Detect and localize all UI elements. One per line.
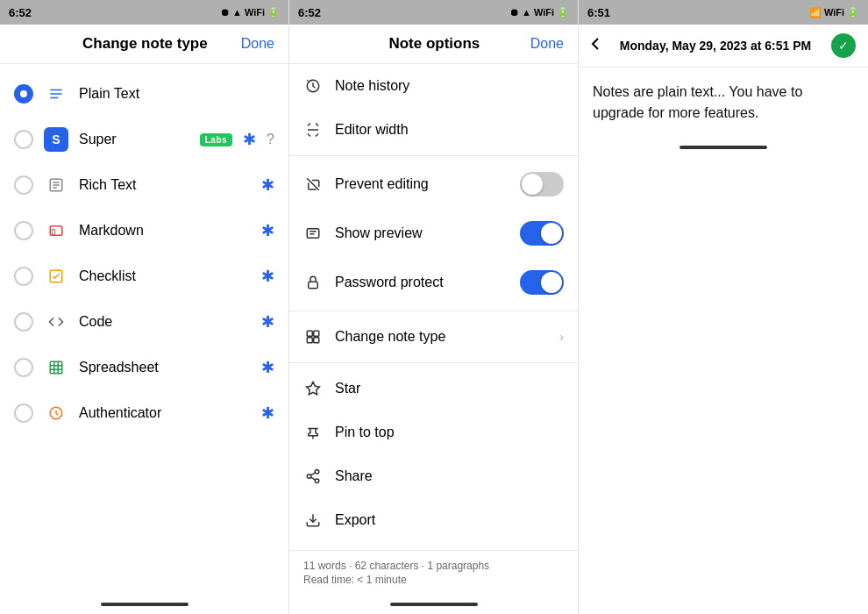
radio-rich-text (14, 175, 33, 195)
options-list: Note history Editor width Prevent editin… (289, 64, 578, 550)
radio-spreadsheet (14, 358, 33, 377)
home-bar-middle (390, 603, 478, 606)
wifi-icon-m: WiFi (534, 7, 554, 18)
star-icon-checklist[interactable]: ✱ (261, 267, 274, 286)
change-type-icon (303, 327, 323, 346)
divider-1 (289, 155, 578, 156)
note-view-header: Monday, May 29, 2023 at 6:51 PM ✓ (579, 25, 868, 68)
label-password-protect: Password protect (335, 275, 508, 290)
option-editor-width[interactable]: Editor width (289, 108, 578, 152)
star-icon-super[interactable]: ✱ (243, 130, 256, 149)
option-share[interactable]: Share (289, 454, 578, 498)
label-prevent-editing: Prevent editing (335, 176, 508, 192)
wifi-icon: WiFi (245, 7, 265, 18)
svg-line-32 (310, 473, 315, 475)
radio-markdown (14, 221, 33, 240)
status-icons-middle: ⏺ ▲ WiFi 🔋 (509, 7, 569, 18)
note-type-item-code[interactable]: Code ✱ (0, 299, 288, 345)
option-note-history[interactable]: Note history (289, 64, 578, 108)
star-icon-code[interactable]: ✱ (261, 312, 274, 332)
label-pin-to-top: Pin to top (335, 425, 564, 440)
note-type-item-spreadsheet[interactable]: Spreadsheet ✱ (0, 345, 288, 390)
icon-plain-text (44, 82, 68, 106)
label-rich-text: Rich Text (79, 177, 251, 193)
battery-icon-r: 🔋 (847, 7, 859, 18)
sync-check-icon: ✓ (831, 33, 856, 58)
right-panel: 6:51 📶 WiFi 🔋 Monday, May 29, 2023 at 6:… (579, 0, 868, 614)
phone-icon-r: 📶 (809, 7, 822, 18)
home-indicator-left (0, 595, 288, 614)
icon-spreadsheet (44, 355, 68, 380)
toggle-prevent-editing[interactable] (520, 172, 564, 196)
home-indicator-middle (289, 595, 578, 614)
radio-inner-plain-text (20, 90, 27, 97)
record-icon: ⏺ (220, 7, 230, 18)
note-type-item-checklist[interactable]: Checklist ✱ (0, 253, 288, 299)
option-change-note-type[interactable]: Change note type › (289, 315, 578, 359)
label-plain-text: Plain Text (79, 86, 274, 102)
option-star[interactable]: Star (289, 367, 578, 411)
svg-point-29 (307, 475, 311, 479)
home-bar-left (101, 603, 189, 606)
wifi-icon-r: WiFi (824, 7, 844, 18)
toggle-knob-prevent-editing (522, 174, 543, 195)
icon-code (44, 310, 68, 334)
chevron-change-note-type: › (559, 330, 564, 344)
label-markdown: Markdown (79, 223, 251, 239)
middle-done-button[interactable]: Done (530, 36, 564, 52)
divider-2 (289, 311, 578, 311)
svg-rect-25 (314, 338, 319, 343)
label-change-note-type: Change note type (335, 329, 547, 345)
share-icon (303, 467, 323, 486)
export-icon (303, 510, 323, 530)
status-bar-right: 6:51 📶 WiFi 🔋 (579, 0, 868, 25)
star-icon-markdown[interactable]: ✱ (261, 221, 274, 240)
radio-authenticator (14, 403, 33, 423)
help-icon-super[interactable]: ? (267, 132, 274, 147)
label-spreadsheet: Spreadsheet (79, 360, 251, 375)
prevent-icon (303, 175, 323, 194)
note-content[interactable]: Notes are plain text... You have to upgr… (579, 68, 868, 138)
svg-point-30 (315, 479, 319, 483)
star-icon-authenticator[interactable]: ✱ (261, 403, 274, 423)
note-type-item-super[interactable]: S Super Labs ✱ ? (0, 117, 288, 162)
option-export[interactable]: Export (289, 498, 578, 542)
icon-markdown: [] (44, 218, 68, 243)
lock-icon (303, 273, 323, 292)
svg-line-31 (310, 477, 315, 480)
battery-icon: 🔋 (267, 7, 280, 18)
option-pin-to-top[interactable]: Pin to top (289, 411, 578, 454)
option-prevent-editing[interactable]: Prevent editing (289, 160, 578, 209)
note-type-item-authenticator[interactable]: Authenticator ✱ (0, 390, 288, 436)
note-type-item-rich-text[interactable]: Rich Text ✱ (0, 162, 288, 208)
toggle-password-protect[interactable] (520, 270, 564, 295)
svg-point-28 (315, 470, 319, 475)
label-code: Code (79, 314, 251, 330)
note-type-list: Plain Text S Super Labs ✱ ? Rich Text ✱ (0, 64, 288, 595)
star-icon-spreadsheet[interactable]: ✱ (261, 358, 274, 377)
pin-icon (303, 423, 323, 442)
option-duplicate[interactable]: Duplicate (289, 542, 578, 550)
left-done-button[interactable]: Done (241, 36, 274, 52)
radio-plain-text (14, 84, 33, 104)
icon-checklist (44, 264, 68, 289)
label-note-history: Note history (335, 78, 564, 94)
footer-readtime: Read time: < 1 minute (303, 574, 564, 586)
middle-panel: 6:52 ⏺ ▲ WiFi 🔋 Note options Done Note h… (289, 0, 579, 614)
option-password-protect[interactable]: Password protect (289, 258, 578, 307)
footer-stats: 11 words · 62 characters · 1 paragraphs (303, 560, 564, 572)
record-icon-m: ⏺ (509, 7, 519, 18)
toggle-show-preview[interactable] (520, 221, 564, 246)
signal-icon-m: ▲ (522, 7, 531, 18)
label-authenticator: Authenticator (79, 405, 251, 421)
icon-super: S (44, 127, 68, 152)
note-type-item-markdown[interactable]: [] Markdown ✱ (0, 208, 288, 253)
status-icons-left: ⏺ ▲ WiFi 🔋 (220, 7, 280, 18)
label-editor-width: Editor width (335, 122, 564, 138)
radio-checklist (14, 267, 33, 286)
star-option-icon (303, 379, 323, 398)
note-type-item-plain-text[interactable]: Plain Text (0, 71, 288, 117)
back-button[interactable] (591, 37, 600, 54)
star-icon-rich-text[interactable]: ✱ (261, 175, 274, 195)
option-show-preview[interactable]: Show preview (289, 209, 578, 258)
